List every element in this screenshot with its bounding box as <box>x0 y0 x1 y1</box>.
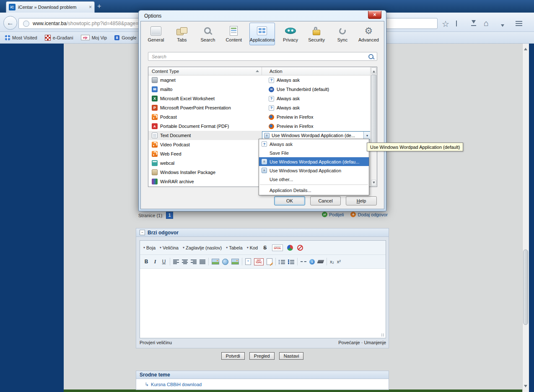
no-sign-icon[interactable] <box>297 245 303 251</box>
size-dropdown[interactable]: ▾ Veličina <box>160 245 179 250</box>
insert-image-button[interactable] <box>212 259 219 265</box>
cancel-button[interactable]: Cancel <box>310 196 341 205</box>
align-center-button[interactable] <box>182 260 188 264</box>
menu-item-wordpad[interactable]: Use Windows Wordpad Application <box>259 166 369 175</box>
bookmarks-menu-icon[interactable] <box>456 21 457 26</box>
heading-dropdown[interactable]: ▾ Zaglavlje (naslov) <box>183 245 222 250</box>
ok-button[interactable]: OK <box>274 196 305 205</box>
tab-privacy[interactable]: Privacy <box>280 23 301 45</box>
new-tab-button[interactable]: + <box>97 3 101 10</box>
insert-image-link-button[interactable] <box>231 259 239 265</box>
help-button[interactable]: Help <box>346 196 377 205</box>
scrollbar-thumb[interactable] <box>523 249 528 325</box>
edit-quote-button[interactable] <box>267 258 272 265</box>
check-size-link[interactable]: Provjeri veličinu <box>140 340 172 345</box>
reply-textarea[interactable] <box>140 269 386 338</box>
scroll-down-arrow[interactable] <box>524 385 527 389</box>
table-scrollbar-thumb[interactable] <box>371 75 376 146</box>
combobox-arrow-icon[interactable]: ▾ <box>363 132 371 140</box>
column-header-action[interactable]: Action <box>262 67 377 75</box>
preview-button[interactable]: Pregled <box>249 352 275 360</box>
align-left-button[interactable] <box>173 260 179 264</box>
table-row[interactable]: Podcast Preview in Firefox <box>148 112 377 122</box>
code-dropdown[interactable]: ▾ Kod <box>247 245 258 250</box>
horizontal-rule-button[interactable] <box>301 261 306 262</box>
off-topic-button[interactable]: OFF TOPIC <box>254 258 264 265</box>
collapse-icon[interactable]: − <box>140 230 145 235</box>
italic-button[interactable]: I <box>152 258 158 265</box>
superscript-button[interactable]: x² <box>337 259 341 264</box>
bookmark-moj-vip[interactable]: vip Moj Vip <box>81 35 107 40</box>
underline-button[interactable]: U <box>161 258 167 265</box>
tab-tabs[interactable]: Tabs <box>171 23 192 45</box>
numbered-list-button[interactable] <box>288 260 294 264</box>
column-header-content-type[interactable]: Content Type <box>148 67 262 75</box>
share-link[interactable]: ⇄ Podijeli <box>322 212 344 217</box>
bookmark-egradjani[interactable]: e-Građani <box>45 35 73 41</box>
firefox-icon <box>269 114 274 120</box>
menu-item-application-details[interactable]: Application Details... <box>259 186 369 195</box>
search-magnifier-icon <box>368 54 373 59</box>
tab-advanced[interactable]: ⚙ Advanced <box>358 23 379 45</box>
resize-grip[interactable] <box>381 333 385 337</box>
browser-tab[interactable]: iC iCentar » Download problem × <box>6 1 95 13</box>
align-right-button[interactable] <box>191 260 197 264</box>
quote-button[interactable]: “ <box>245 258 251 265</box>
insert-link-button[interactable] <box>222 259 228 265</box>
table-scroll-down-button[interactable] <box>371 180 376 186</box>
browser-scrollbar[interactable] <box>522 44 529 392</box>
tab-content[interactable]: Content <box>223 23 244 45</box>
menu-hamburger-icon[interactable] <box>516 21 522 22</box>
resize-links[interactable]: Povećanje · Umanjenje <box>338 340 386 345</box>
align-justify-button[interactable] <box>200 260 205 264</box>
table-row[interactable]: Microsoft Excel Worksheet Always ask <box>148 94 377 103</box>
related-topic-row[interactable]: ↳ Kursna CBBiH download <box>136 379 389 390</box>
menu-item-always-ask[interactable]: Always ask <box>259 140 369 148</box>
tab-security[interactable]: Security <box>306 23 327 45</box>
tab-sync[interactable]: Sync <box>332 23 353 45</box>
scroll-up-arrow[interactable] <box>524 46 527 50</box>
strikethrough-button[interactable]: S <box>262 244 268 251</box>
table-dropdown[interactable]: ▾ Tabela <box>226 245 242 250</box>
tab-applications[interactable]: Applications <box>249 23 275 45</box>
table-scroll-up-button[interactable] <box>371 67 376 74</box>
home-icon[interactable]: ⌂ <box>484 18 489 28</box>
spoiler-label: SPOIL <box>274 247 281 249</box>
remove-format-button[interactable] <box>317 260 324 263</box>
quick-reply-title[interactable]: Brzi odgovor <box>148 230 179 236</box>
info-button[interactable]: i <box>309 259 315 265</box>
related-topic-link[interactable]: Kursna CBBiH download <box>151 382 202 387</box>
chevron-down-icon: ▾ <box>183 246 184 249</box>
add-reply-link[interactable]: + Dodaj odgovor <box>350 212 388 217</box>
options-search-box[interactable] <box>148 52 377 61</box>
color-ball-icon[interactable] <box>287 245 293 251</box>
search-input[interactable] <box>151 54 368 60</box>
color-dropdown[interactable]: ▾ Boja <box>143 245 156 250</box>
page-number-button[interactable]: 1 <box>166 212 173 219</box>
bold-button[interactable]: B <box>143 258 149 265</box>
table-scrollbar[interactable] <box>370 67 377 187</box>
table-row[interactable]: Microsoft PowerPoint Presentation Always… <box>148 103 377 112</box>
back-button[interactable]: ← <box>3 16 17 30</box>
bookmark-google[interactable]: 8 Google <box>114 35 136 40</box>
menu-item-use-other[interactable]: Use other... <box>259 175 369 184</box>
tab-search[interactable]: Search <box>197 23 218 45</box>
table-row[interactable]: Portable Document Format (PDF) Preview i… <box>148 122 377 131</box>
bookmark-star-icon[interactable]: ☆ <box>442 19 449 29</box>
dialog-close-button[interactable]: × <box>368 11 381 19</box>
category-label: Security <box>308 37 325 42</box>
quick-reply-header: − Brzi odgovor <box>136 228 389 237</box>
subscript-button[interactable]: x₂ <box>330 259 334 264</box>
table-row[interactable]: mailto Use Thunderbird (default) <box>148 85 377 94</box>
table-row[interactable]: magnet Always ask <box>148 75 377 85</box>
submit-button[interactable]: Potvrdi <box>221 352 245 360</box>
spoiler-button[interactable]: SPOIL <box>272 244 283 251</box>
tab-general[interactable]: General <box>145 23 166 45</box>
tab-close-icon[interactable]: × <box>89 4 92 10</box>
bullet-list-button[interactable] <box>279 260 285 264</box>
empty-icon-slot <box>262 177 267 182</box>
continue-button[interactable]: Nastavi <box>279 352 304 360</box>
menu-item-save-file[interactable]: Save File <box>259 148 369 157</box>
bookmark-most-visited[interactable]: Most Visited <box>5 35 37 40</box>
menu-item-wordpad-default[interactable]: Use Windows Wordpad Application (defau..… <box>259 157 369 166</box>
